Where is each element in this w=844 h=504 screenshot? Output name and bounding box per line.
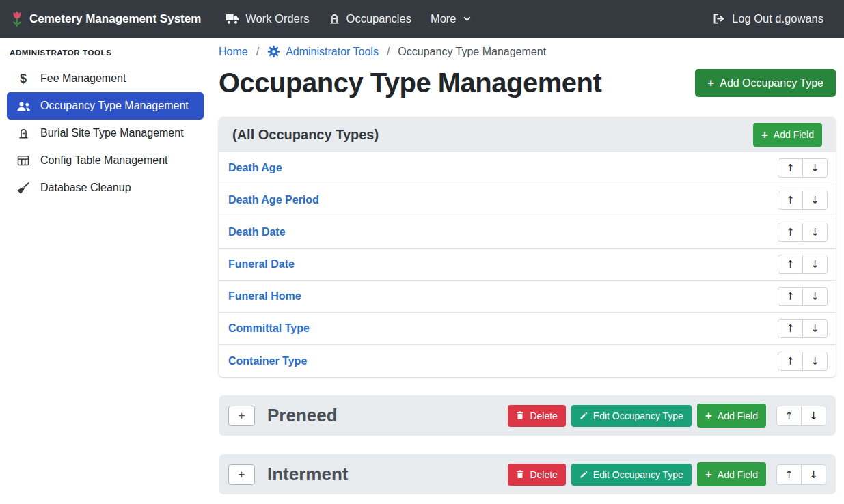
field-link[interactable]: Death Age Period (228, 194, 319, 206)
reorder-buttons: ↑ ↓ (776, 406, 826, 426)
pencil-icon (580, 471, 588, 479)
reorder-buttons: ↑ ↓ (778, 255, 828, 274)
field-row: Funeral Date ↑ ↓ (219, 249, 836, 281)
sidebar-item-label: Burial Site Type Management (40, 127, 184, 139)
dollar-icon: $ (15, 72, 31, 86)
expand-button[interactable]: + (228, 464, 255, 485)
add-field-button[interactable]: + Add Field (697, 462, 766, 486)
edit-label: Edit Occupancy Type (593, 470, 683, 479)
delete-label: Delete (530, 470, 557, 479)
sidebar-item-burial-site-type-management[interactable]: Burial Site Type Management (7, 120, 204, 147)
move-down-button[interactable]: ↓ (802, 223, 828, 242)
sidebar-item-occupancy-type-management[interactable]: Occupancy Type Management (7, 92, 204, 120)
sidebar-item-fee-management[interactable]: $ Fee Management (7, 65, 204, 92)
move-up-button[interactable]: ↑ (776, 464, 802, 485)
move-down-button[interactable]: ↓ (802, 191, 828, 210)
reorder-buttons: ↑ ↓ (778, 319, 828, 338)
breadcrumb-admin-tools-label: Administrator Tools (286, 46, 379, 58)
broom-icon (15, 182, 31, 194)
section-preneed: + Preneed Delete (219, 395, 836, 436)
move-down-button[interactable]: ↓ (802, 255, 828, 274)
breadcrumb-admin-tools-link[interactable]: Administrator Tools (267, 45, 379, 58)
add-field-button[interactable]: + Add Field (697, 404, 766, 428)
edit-label: Edit Occupancy Type (593, 411, 683, 421)
move-up-button[interactable]: ↑ (778, 223, 803, 242)
sidebar-heading: Administrator Tools (7, 42, 204, 65)
logout-button[interactable]: Log Out d.gowans (703, 7, 833, 31)
sidebar-item-label: Fee Management (40, 72, 126, 85)
move-up-button[interactable]: ↑ (776, 406, 802, 426)
monument-icon (329, 13, 340, 25)
move-up-button[interactable]: ↑ (778, 255, 803, 274)
main-content: Home / Administrator Tools / Occupancy T… (219, 38, 836, 494)
truck-icon (226, 13, 239, 25)
tombstone-icon (15, 128, 31, 139)
edit-occupancy-type-button[interactable]: Edit Occupancy Type (571, 405, 692, 427)
field-link[interactable]: Container Type (228, 355, 307, 367)
breadcrumb-home-link[interactable]: Home (219, 46, 248, 58)
card-header: (All Occupancy Types) + Add Field (219, 117, 836, 152)
add-occupancy-type-button[interactable]: + Add Occupancy Type (695, 69, 836, 97)
reorder-buttons: ↑ ↓ (778, 352, 828, 371)
move-up-button[interactable]: ↑ (778, 191, 803, 210)
pencil-icon (580, 412, 588, 420)
users-icon (15, 101, 31, 111)
plus-icon: + (761, 129, 768, 141)
nav-work-orders[interactable]: Work Orders (216, 7, 318, 31)
reorder-buttons: ↑ ↓ (778, 191, 828, 210)
brand-link[interactable]: Cemetery Management System (11, 10, 201, 29)
move-up-button[interactable]: ↑ (778, 352, 803, 371)
move-down-button[interactable]: ↓ (802, 352, 828, 371)
sidebar-item-label: Config Table Management (40, 154, 168, 167)
trash-icon (516, 470, 524, 479)
chevron-down-icon (463, 14, 472, 23)
move-down-button[interactable]: ↓ (801, 406, 826, 426)
move-down-button[interactable]: ↓ (802, 158, 828, 178)
flower-icon (11, 10, 23, 29)
move-down-button[interactable]: ↓ (802, 319, 828, 338)
field-link[interactable]: Committal Type (228, 322, 310, 335)
field-row: Death Age ↑ ↓ (219, 152, 836, 184)
section-title: Preneed (267, 405, 495, 426)
delete-button[interactable]: Delete (508, 405, 565, 427)
breadcrumb-separator: / (387, 46, 390, 58)
add-field-label: Add Field (774, 130, 814, 139)
sidebar-item-label: Database Cleanup (40, 182, 131, 194)
move-down-button[interactable]: ↓ (802, 287, 828, 306)
sidebar-item-database-cleanup[interactable]: Database Cleanup (7, 174, 204, 201)
move-up-button[interactable]: ↑ (778, 319, 803, 338)
delete-button[interactable]: Delete (508, 464, 565, 486)
edit-occupancy-type-button[interactable]: Edit Occupancy Type (571, 464, 692, 486)
section-title: Interment (267, 464, 495, 485)
field-link[interactable]: Death Age (228, 162, 282, 174)
nav-occupancies-label: Occupancies (346, 12, 411, 25)
logout-label: Log Out d.gowans (732, 12, 823, 25)
move-up-button[interactable]: ↑ (778, 287, 803, 306)
field-link[interactable]: Death Date (228, 226, 286, 238)
expand-button[interactable]: + (228, 406, 255, 426)
plus-icon: + (705, 468, 712, 480)
add-field-button[interactable]: + Add Field (753, 123, 822, 147)
gear-icon (267, 45, 280, 58)
nav-occupancies[interactable]: Occupancies (319, 7, 421, 31)
trash-icon (516, 411, 524, 420)
plus-icon: + (705, 410, 712, 421)
reorder-buttons: ↑ ↓ (778, 287, 828, 306)
breadcrumb: Home / Administrator Tools / Occupancy T… (219, 45, 836, 58)
field-row: Funeral Home ↑ ↓ (219, 281, 836, 313)
field-link[interactable]: Funeral Home (228, 290, 301, 303)
card-title: (All Occupancy Types) (232, 127, 379, 143)
sidebar-item-config-table-management[interactable]: Config Table Management (7, 147, 204, 174)
nav-more[interactable]: More (421, 7, 481, 31)
move-up-button[interactable]: ↑ (778, 158, 803, 178)
sidebar-item-label: Occupancy Type Management (40, 100, 189, 112)
field-link[interactable]: Funeral Date (228, 258, 295, 270)
title-row: Occupancy Type Management + Add Occupanc… (219, 68, 836, 98)
table-icon (15, 155, 31, 166)
field-row: Death Date ↑ ↓ (219, 216, 836, 249)
logout-icon (713, 13, 726, 25)
reorder-buttons: ↑ ↓ (778, 223, 828, 242)
add-field-label: Add Field (718, 470, 758, 479)
move-down-button[interactable]: ↓ (801, 464, 826, 485)
field-row: Container Type ↑ ↓ (219, 345, 836, 377)
